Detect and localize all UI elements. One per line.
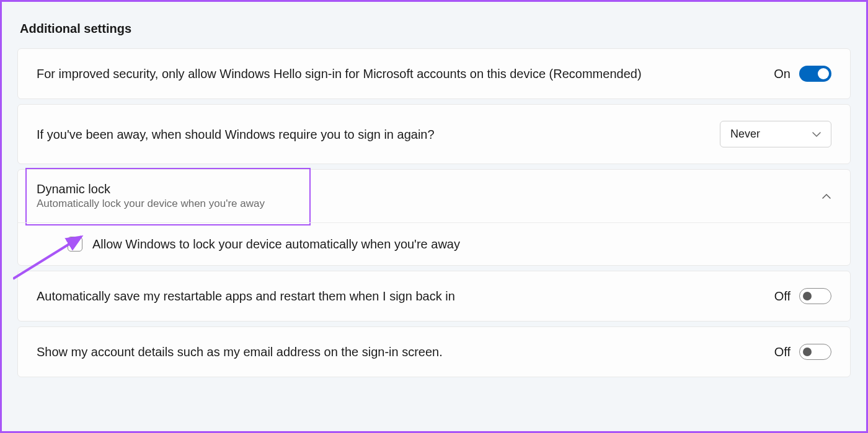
setting-row-windows-hello: For improved security, only allow Window…: [17, 48, 851, 99]
annotation-highlight: [25, 168, 311, 225]
account-details-toggle[interactable]: [799, 344, 831, 360]
restartable-apps-toggle[interactable]: [799, 288, 831, 304]
toggle-state-label: Off: [774, 345, 790, 359]
toggle-state-label: Off: [774, 289, 790, 304]
dynamic-lock-content: Allow Windows to lock your device automa…: [18, 222, 850, 265]
dynamic-lock-checkbox-label: Allow Windows to lock your device automa…: [92, 237, 460, 251]
dynamic-lock-title: Dynamic lock: [37, 182, 265, 196]
chevron-down-icon: [812, 128, 821, 141]
section-title-additional-settings: Additional settings: [20, 22, 851, 36]
select-value: Never: [730, 128, 760, 141]
setting-row-account-details: Show my account details such as my email…: [17, 326, 851, 377]
setting-label: Automatically save my restartable apps a…: [37, 287, 455, 305]
dynamic-lock-expand-header[interactable]: Dynamic lock Automatically lock your dev…: [18, 170, 850, 222]
setting-label: For improved security, only allow Window…: [37, 65, 642, 82]
windows-hello-toggle[interactable]: [799, 66, 831, 82]
require-signin-select[interactable]: Never: [720, 121, 831, 147]
setting-label: If you've been away, when should Windows…: [37, 126, 435, 143]
setting-label: Show my account details such as my email…: [37, 343, 443, 361]
dynamic-lock-checkbox[interactable]: [68, 237, 82, 251]
setting-row-restartable-apps: Automatically save my restartable apps a…: [17, 271, 851, 321]
dynamic-lock-subtitle: Automatically lock your device when you'…: [37, 198, 265, 210]
chevron-up-icon: [822, 191, 831, 202]
toggle-state-label: On: [774, 67, 790, 81]
setting-row-require-signin: If you've been away, when should Windows…: [17, 104, 851, 164]
setting-row-dynamic-lock: Dynamic lock Automatically lock your dev…: [17, 169, 851, 266]
